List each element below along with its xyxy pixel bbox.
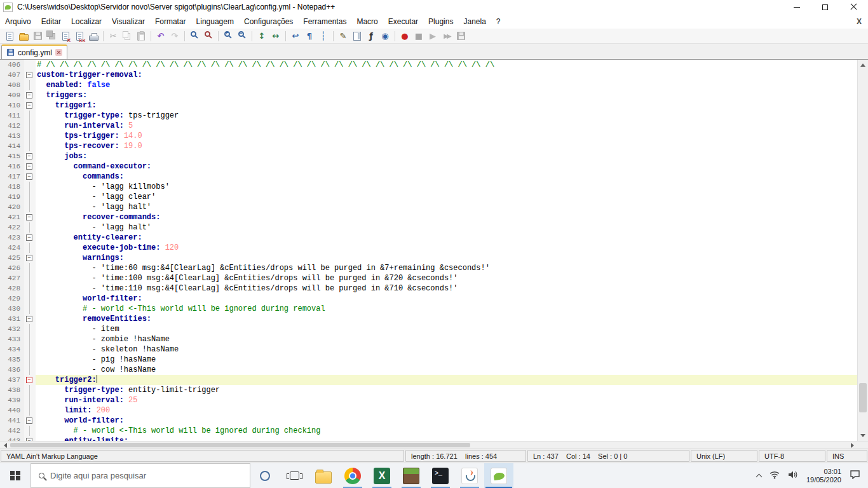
zoom-out-icon[interactable] bbox=[236, 30, 248, 43]
scroll-right-arrow[interactable] bbox=[847, 443, 857, 448]
open-file-icon[interactable] bbox=[17, 30, 30, 43]
java-button[interactable] bbox=[455, 463, 484, 488]
document-map-icon[interactable] bbox=[351, 30, 363, 43]
define-language-icon[interactable]: ✎ bbox=[337, 30, 349, 43]
code-line-420[interactable]: 420 - 'lagg halt' bbox=[0, 202, 857, 212]
code-line-423[interactable]: 423− entity-clearer: bbox=[0, 233, 857, 243]
chrome-button[interactable] bbox=[338, 463, 367, 488]
vertical-scroll-track[interactable] bbox=[858, 71, 868, 430]
code-line-425[interactable]: 425− warnings: bbox=[0, 253, 857, 263]
code-line-416[interactable]: 416− command-executor: bbox=[0, 161, 857, 172]
close-all-icon[interactable] bbox=[73, 30, 86, 43]
task-view-button[interactable] bbox=[280, 463, 309, 488]
vertical-scroll-thumb[interactable] bbox=[859, 383, 867, 412]
menu-item-localizar[interactable]: Localizar bbox=[66, 15, 107, 28]
code-line-418[interactable]: 418 - 'lagg killmobs' bbox=[0, 182, 857, 192]
close-file-icon[interactable] bbox=[59, 30, 72, 43]
code-line-435[interactable]: 435 - pig !hasName bbox=[0, 355, 857, 365]
vertical-scrollbar[interactable] bbox=[857, 60, 868, 441]
code-line-442[interactable]: 442 # - world <-This world will be ignor… bbox=[0, 426, 857, 436]
paste-icon[interactable] bbox=[135, 30, 147, 43]
menu-item-linguagem[interactable]: Linguagem bbox=[191, 15, 239, 28]
undo-icon[interactable]: ↶ bbox=[154, 30, 167, 43]
zoom-in-icon[interactable] bbox=[222, 30, 234, 43]
menu-item-formatar[interactable]: Formatar bbox=[150, 15, 191, 28]
minimize-button[interactable] bbox=[782, 0, 811, 14]
cut-icon[interactable]: ✂ bbox=[107, 30, 119, 43]
fold-minus-icon[interactable]: − bbox=[26, 92, 32, 98]
menu-item-macro[interactable]: Macro bbox=[351, 15, 383, 28]
fold-collapse-box[interactable]: − bbox=[24, 436, 36, 441]
indent-guide-icon[interactable]: ┆ bbox=[317, 30, 330, 43]
code-line-443[interactable]: 443− entity-limits: bbox=[0, 436, 857, 441]
code-line-422[interactable]: 422 - 'lagg halt' bbox=[0, 222, 857, 233]
sync-horizontal-scroll-icon[interactable]: ↔ bbox=[269, 30, 282, 43]
code-line-409[interactable]: 409− triggers: bbox=[0, 90, 857, 100]
tab-config-yml[interactable]: config.yml bbox=[1, 44, 67, 59]
code-line-431[interactable]: 431− removeEntities: bbox=[0, 314, 857, 324]
code-line-439[interactable]: 439 run-interval: 25 bbox=[0, 395, 857, 405]
menu-item-arquivo[interactable]: Arquivo bbox=[0, 15, 36, 28]
redo-icon[interactable]: ↷ bbox=[168, 30, 181, 43]
replace-icon[interactable] bbox=[202, 30, 215, 43]
menu-item-executar[interactable]: Executar bbox=[383, 15, 423, 28]
code-line-421[interactable]: 421− recover-commands: bbox=[0, 212, 857, 222]
code-line-433[interactable]: 433 - zombie !hasName bbox=[0, 334, 857, 344]
code-line-417[interactable]: 417− commands: bbox=[0, 172, 857, 182]
fold-minus-icon[interactable]: − bbox=[26, 316, 32, 322]
volume-icon[interactable] bbox=[788, 470, 798, 482]
horizontal-scroll-track[interactable] bbox=[10, 442, 847, 449]
excel-button[interactable] bbox=[367, 463, 397, 488]
menu-item-?[interactable]: ? bbox=[491, 15, 506, 28]
word-wrap-icon[interactable]: ↩ bbox=[289, 30, 302, 43]
code-line-441[interactable]: 441− world-filter: bbox=[0, 416, 857, 426]
menu-item-visualizar[interactable]: Visualizar bbox=[107, 15, 150, 28]
code-line-415[interactable]: 415− jobs: bbox=[0, 151, 857, 161]
horizontal-scroll-thumb[interactable] bbox=[10, 443, 470, 447]
fold-minus-icon[interactable]: − bbox=[26, 153, 32, 159]
fold-minus-icon[interactable]: − bbox=[26, 102, 32, 109]
menu-item-ferramentas[interactable]: Ferramentas bbox=[298, 15, 351, 28]
save-all-icon[interactable] bbox=[45, 30, 58, 43]
fold-collapse-box[interactable]: − bbox=[24, 172, 36, 182]
monitoring-icon[interactable]: ◉ bbox=[379, 30, 391, 43]
code-line-436[interactable]: 436 - cow !hasName bbox=[0, 365, 857, 375]
fold-minus-icon[interactable]: − bbox=[26, 438, 32, 441]
code-line-412[interactable]: 412 run-interval: 5 bbox=[0, 121, 857, 131]
fold-collapse-box[interactable]: − bbox=[24, 416, 36, 426]
code-line-432[interactable]: 432 - item bbox=[0, 324, 857, 334]
horizontal-scrollbar[interactable] bbox=[0, 441, 868, 449]
fold-collapse-box[interactable]: − bbox=[24, 70, 36, 80]
editor[interactable]: 406# /\ /\ /\ /\ /\ /\ /\ /\ /\ /\ /\ /\… bbox=[0, 60, 857, 441]
fold-minus-icon[interactable]: − bbox=[26, 377, 32, 383]
code-line-419[interactable]: 419 - 'lagg clear' bbox=[0, 192, 857, 202]
close-button[interactable] bbox=[839, 0, 868, 14]
fold-collapse-box[interactable]: − bbox=[24, 151, 36, 161]
restore-button[interactable] bbox=[811, 0, 839, 14]
fold-minus-icon[interactable]: − bbox=[26, 72, 32, 78]
new-file-icon[interactable] bbox=[3, 30, 16, 43]
code-line-406[interactable]: 406# /\ /\ /\ /\ /\ /\ /\ /\ /\ /\ /\ /\… bbox=[0, 60, 857, 70]
code-line-407[interactable]: 407−custom-trigger-removal: bbox=[0, 70, 857, 80]
fold-minus-icon[interactable]: − bbox=[26, 214, 32, 220]
fold-minus-icon[interactable]: − bbox=[26, 234, 32, 241]
cortana-button[interactable] bbox=[250, 463, 280, 488]
network-icon[interactable] bbox=[770, 470, 780, 482]
fold-minus-icon[interactable]: − bbox=[26, 417, 32, 424]
file-explorer-button[interactable] bbox=[309, 463, 338, 488]
code-line-426[interactable]: 426 - 'time:60 msg:&4[ClearLag] &cEntiti… bbox=[0, 263, 857, 273]
find-icon[interactable] bbox=[188, 30, 201, 43]
code-line-434[interactable]: 434 - skeleton !hasName bbox=[0, 344, 857, 355]
code-line-413[interactable]: 413 tps-trigger: 14.0 bbox=[0, 131, 857, 141]
code-line-424[interactable]: 424 execute-job-time: 120 bbox=[0, 243, 857, 253]
taskbar-clock[interactable]: 03:01 19/05/2020 bbox=[806, 468, 841, 484]
code-line-440[interactable]: 440 limit: 200 bbox=[0, 405, 857, 416]
playback-icon[interactable]: ▶ bbox=[426, 30, 439, 43]
start-recording-icon[interactable]: ● bbox=[398, 30, 411, 43]
taskbar-search-input[interactable]: Digite aqui para pesquisar bbox=[31, 463, 250, 488]
function-list-icon[interactable]: ƒ bbox=[365, 30, 377, 43]
code-line-428[interactable]: 428 - 'time:110 msg:&4[ClearLag] &cEntit… bbox=[0, 283, 857, 294]
fold-collapse-box[interactable]: − bbox=[24, 212, 36, 222]
notepad-plus-plus-taskbar-button[interactable] bbox=[484, 463, 513, 488]
tray-expand-icon[interactable] bbox=[756, 473, 762, 480]
